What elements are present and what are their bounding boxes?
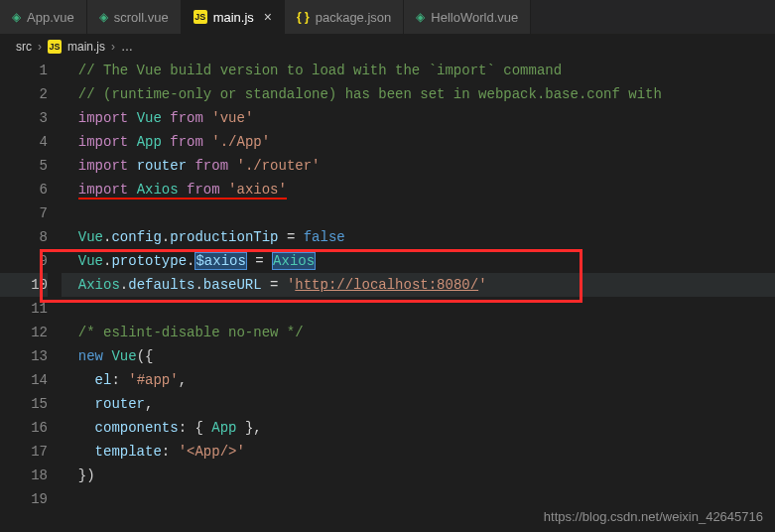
code-editor[interactable]: 1 2 3 4 5 6 7 8 9 10 11 12 13 14 15 16 1… [0,59,775,511]
code-line: router, [62,392,775,416]
line-number: 3 [0,106,48,130]
code-line: import router from './router' [62,154,775,178]
line-number: 1 [0,59,48,82]
breadcrumb[interactable]: src › JS main.js › … [0,35,775,59]
line-number: 16 [0,416,48,440]
code-line: components: { App }, [62,416,775,440]
editor-tabs: ◈ App.vue ◈ scroll.vue JS main.js × { } … [0,0,775,35]
code-line: }) [62,464,775,487]
vue-icon: ◈ [99,10,108,24]
tab-label: scroll.vue [114,10,169,25]
line-number: 4 [0,130,48,154]
code-line: /* eslint-disable no-new */ [62,321,775,344]
tab-label: main.js [213,10,254,25]
line-number: 12 [0,321,48,344]
line-number: 18 [0,464,48,487]
line-number: 13 [0,344,48,368]
tab-label: package.json [316,10,392,25]
code-line [62,487,775,511]
breadcrumb-file: main.js [67,40,105,54]
json-icon: { } [297,10,310,24]
line-number: 5 [0,154,48,178]
line-number: 19 [0,487,48,511]
line-number: 11 [0,297,48,321]
code-line: el: '#app', [62,368,775,392]
tab-main-js[interactable]: JS main.js × [182,0,285,34]
code-line: // (runtime-only or standalone) has been… [62,82,775,106]
tab-package-json[interactable]: { } package.json [285,0,404,34]
js-icon: JS [48,40,62,54]
line-number: 9 [0,249,48,273]
line-number: 7 [0,201,48,225]
breadcrumb-tail: … [121,40,133,54]
vue-icon: ◈ [12,10,21,24]
line-number: 17 [0,440,48,464]
code-line: import Axios from 'axios' [62,178,775,201]
tab-helloworld-vue[interactable]: ◈ HelloWorld.vue [404,0,531,34]
line-number: 14 [0,368,48,392]
line-number: 6 [0,178,48,201]
code-line: Vue.prototype.$axios = Axios [62,249,775,273]
chevron-right-icon: › [38,40,42,54]
code-line: Axios.defaults.baseURL = 'http://localho… [62,273,775,297]
line-number: 2 [0,82,48,106]
tab-label: App.vue [27,10,74,25]
code-line [62,297,775,321]
selection: Axios [272,252,316,270]
code-line: import Vue from 'vue' [62,106,775,130]
line-number: 15 [0,392,48,416]
line-gutter: 1 2 3 4 5 6 7 8 9 10 11 12 13 14 15 16 1… [0,59,62,511]
close-icon[interactable]: × [264,9,272,25]
watermark: https://blog.csdn.net/weixin_42645716 [544,509,763,524]
selection: $axios [194,252,246,270]
tab-scroll-vue[interactable]: ◈ scroll.vue [87,0,182,34]
line-number: 10 [0,273,48,297]
code-line: new Vue({ [62,344,775,368]
code-line: Vue.config.productionTip = false [62,225,775,249]
tab-app-vue[interactable]: ◈ App.vue [0,0,87,34]
tab-label: HelloWorld.vue [431,10,518,25]
code-line: // The Vue build version to load with th… [62,59,775,82]
code-line [62,201,775,225]
chevron-right-icon: › [111,40,115,54]
line-number: 8 [0,225,48,249]
code-area[interactable]: // The Vue build version to load with th… [62,59,775,511]
code-line: import App from './App' [62,130,775,154]
js-icon: JS [194,10,207,24]
vue-icon: ◈ [416,10,425,24]
breadcrumb-root: src [16,40,32,54]
code-line: template: '<App/>' [62,440,775,464]
